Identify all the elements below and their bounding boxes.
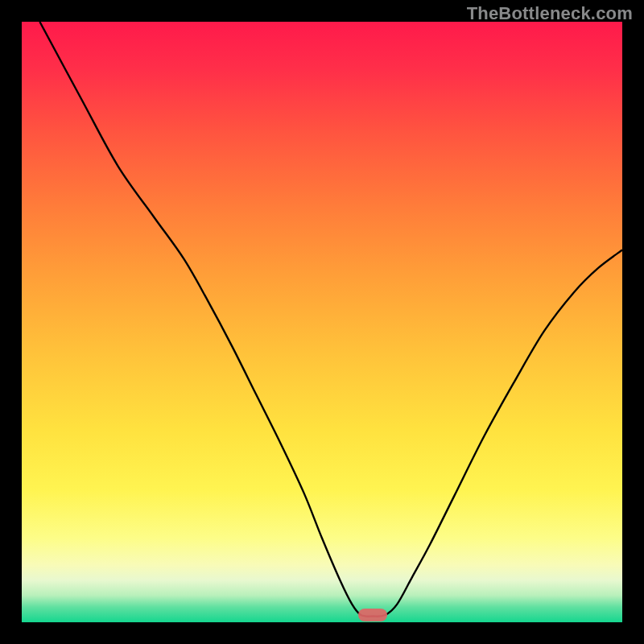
- optimal-marker: [358, 609, 387, 621]
- plot-area: [22, 22, 622, 622]
- watermark-text: TheBottleneck.com: [467, 3, 633, 24]
- bottleneck-chart: [0, 0, 644, 644]
